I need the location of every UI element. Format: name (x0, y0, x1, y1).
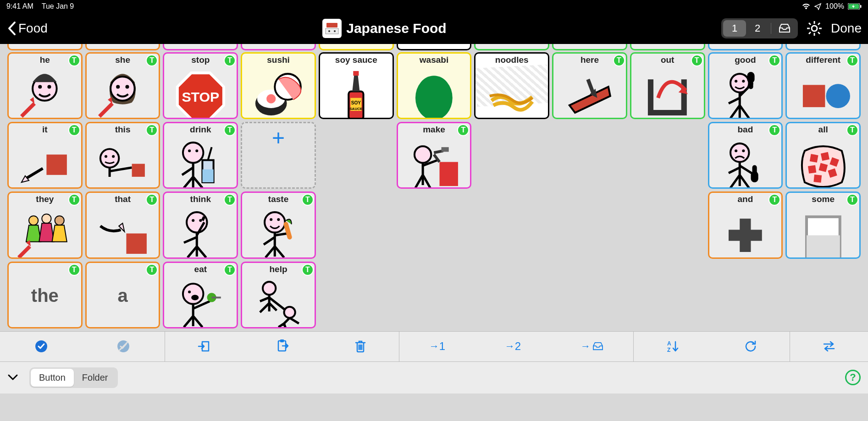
grid-cell-a[interactable]: aT (85, 262, 160, 328)
grid-cell-taste[interactable]: tasteT (241, 191, 316, 258)
svg-line-14 (818, 32, 820, 34)
battery-percent: 100% (825, 2, 844, 11)
template-badge-icon: T (613, 55, 625, 66)
help-button[interactable]: ? (845, 370, 861, 385)
page-icon (322, 19, 342, 38)
add-button-cell[interactable]: + (241, 122, 316, 189)
and-icon (711, 204, 780, 258)
delete-button[interactable] (348, 339, 373, 353)
location-icon (814, 3, 822, 10)
type-button-option[interactable]: Button (31, 369, 74, 387)
grid-cell-eat[interactable]: eatT (163, 262, 238, 328)
settings-button[interactable] (806, 20, 823, 37)
all-icon (789, 135, 857, 189)
grid-cell-make[interactable]: makeT (397, 122, 472, 189)
cell-label: bad (738, 125, 753, 135)
deselect-all-button[interactable] (110, 339, 137, 353)
template-badge-icon: T (68, 264, 80, 276)
cell-label: drink (190, 125, 211, 135)
grid-cell-here[interactable]: hereT (552, 52, 627, 119)
svg-line-15 (809, 32, 811, 34)
svg-point-8 (812, 26, 817, 31)
type-folder-option[interactable]: Folder (74, 369, 116, 387)
cell-label: soy sauce (335, 55, 377, 65)
copy-button[interactable] (270, 339, 296, 353)
grid-cell-good[interactable]: goodT (708, 52, 783, 119)
grid-cell-and[interactable]: andT (708, 191, 783, 258)
think-icon (166, 204, 235, 258)
grid-cell-think[interactable]: thinkT (163, 191, 238, 258)
bad-icon (711, 135, 780, 189)
wasabi-icon (400, 65, 469, 119)
svg-line-13 (809, 23, 811, 25)
view-storage-button[interactable] (773, 20, 796, 37)
page-title: Japanese Food (346, 21, 446, 36)
grid-cell-different[interactable]: differentT (785, 52, 861, 119)
select-all-button[interactable] (28, 339, 55, 353)
swap-button[interactable] (816, 340, 842, 352)
refresh-button[interactable] (738, 340, 763, 353)
grid-cell-noodles[interactable]: noodles (474, 52, 549, 119)
template-badge-icon: T (846, 55, 858, 66)
import-button[interactable] (191, 340, 217, 353)
grid-cell-bad[interactable]: badT (708, 122, 783, 189)
grid-cell-all[interactable]: allT (785, 122, 861, 189)
grid-cell-it[interactable]: itT (7, 122, 83, 189)
view-2-button[interactable]: 2 (746, 20, 769, 37)
cell-label: good (735, 55, 756, 65)
back-button[interactable]: Food (6, 21, 48, 36)
drink-icon (166, 135, 235, 189)
grid-cell-drink[interactable]: drinkT (163, 122, 238, 189)
cell-label: make (423, 125, 445, 135)
chevron-left-icon (6, 21, 17, 36)
out-icon (633, 65, 702, 119)
cell-label: here (581, 55, 599, 65)
type-segmented-control: Button Folder (29, 367, 118, 388)
grid-cell-that[interactable]: thatT (85, 191, 160, 258)
move-to-storage-button[interactable]: → (574, 340, 610, 352)
cell-label: wasabi (420, 55, 448, 65)
they-icon (11, 204, 79, 258)
collapse-button[interactable] (7, 374, 18, 381)
different-icon (789, 65, 857, 119)
grid-cell-stop[interactable]: stopT (163, 52, 238, 119)
done-button[interactable]: Done (831, 21, 862, 36)
cell-label: think (190, 195, 211, 204)
taste-icon (244, 204, 313, 258)
grid-cell-soy-sauce[interactable]: soy sauce (319, 52, 394, 119)
cell-label: a (117, 285, 127, 306)
cell-label: different (806, 55, 840, 65)
back-label: Food (18, 21, 48, 36)
view-1-button[interactable]: 1 (723, 20, 746, 37)
grid-cell-out[interactable]: outT (630, 52, 705, 119)
search-input[interactable] (127, 368, 836, 387)
sort-button[interactable]: AZ (660, 340, 686, 353)
grid-cell-they[interactable]: theyT (7, 191, 83, 258)
previous-row-peek (7, 44, 861, 50)
template-badge-icon: T (68, 194, 80, 206)
cell-label: some (812, 195, 835, 204)
grid-cell-sushi[interactable]: sushi (241, 52, 316, 119)
good-icon (711, 65, 780, 119)
it-icon (11, 135, 79, 189)
cell-label: sushi (267, 55, 290, 65)
template-badge-icon: T (146, 264, 158, 276)
grid-cell-she[interactable]: sheT (85, 52, 160, 119)
grid-cell-he[interactable]: heT (7, 52, 83, 119)
grid-cell-wasabi[interactable]: wasabi (397, 52, 472, 119)
move-to-2-button[interactable]: →2 (498, 340, 527, 353)
eat-icon (166, 274, 235, 328)
grid-cell-the[interactable]: theT (7, 262, 83, 328)
move-to-1-button[interactable]: →1 (423, 340, 452, 353)
grid-cell-this[interactable]: thisT (85, 122, 160, 189)
grid-cell-some[interactable]: someT (785, 191, 861, 258)
grid-cell-help[interactable]: helpT (241, 262, 316, 328)
cell-label: taste (268, 195, 288, 204)
svg-rect-5 (326, 28, 338, 34)
view-segmented-control: 1 2 (721, 18, 798, 38)
cell-label: it (42, 125, 48, 135)
template-badge-icon: T (846, 124, 858, 136)
template-badge-icon: T (224, 264, 236, 276)
cell-label: out (661, 55, 674, 65)
button-grid-area: heTsheTstopTsushisoy saucewasabinoodlesh… (0, 44, 868, 331)
